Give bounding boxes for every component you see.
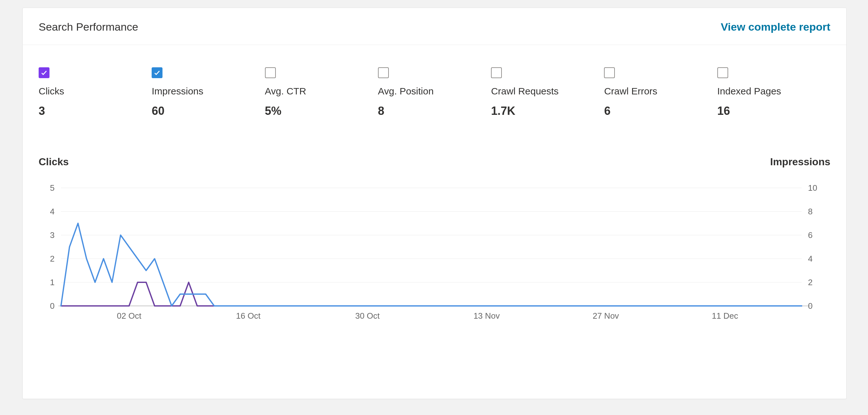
svg-text:1: 1 bbox=[50, 278, 55, 287]
metric-value: 16 bbox=[717, 104, 830, 118]
checkbox-avg-position[interactable] bbox=[378, 67, 389, 78]
metric-impressions[interactable]: Impressions 60 bbox=[152, 67, 265, 118]
metric-value: 5% bbox=[265, 104, 378, 118]
svg-text:4: 4 bbox=[808, 254, 812, 264]
right-axis-title: Impressions bbox=[770, 156, 830, 168]
metric-indexed-pages[interactable]: Indexed Pages 16 bbox=[717, 67, 830, 118]
metrics-row: Clicks 3 Impressions 60 Avg. CTR 5% Avg.… bbox=[23, 45, 846, 121]
svg-text:5: 5 bbox=[50, 183, 55, 193]
metric-label: Avg. Position bbox=[378, 86, 491, 97]
svg-text:3: 3 bbox=[50, 230, 55, 240]
metric-clicks[interactable]: Clicks 3 bbox=[39, 67, 152, 118]
checkbox-crawl-errors[interactable] bbox=[604, 67, 615, 78]
metric-avg-ctr[interactable]: Avg. CTR 5% bbox=[265, 67, 378, 118]
svg-text:6: 6 bbox=[808, 230, 812, 240]
metric-value: 3 bbox=[39, 104, 152, 118]
checkbox-avg-ctr[interactable] bbox=[265, 67, 276, 78]
metric-label: Impressions bbox=[152, 86, 265, 97]
metric-value: 60 bbox=[152, 104, 265, 118]
svg-text:8: 8 bbox=[808, 207, 812, 216]
search-performance-panel: Search Performance View complete report … bbox=[22, 8, 847, 399]
metric-label: Crawl Errors bbox=[604, 86, 717, 97]
metric-crawl-errors[interactable]: Crawl Errors 6 bbox=[604, 67, 717, 118]
svg-text:27 Nov: 27 Nov bbox=[592, 311, 619, 320]
checkbox-indexed-pages[interactable] bbox=[717, 67, 728, 78]
svg-text:2: 2 bbox=[50, 254, 55, 264]
panel-header: Search Performance View complete report bbox=[23, 8, 846, 45]
metric-label: Avg. CTR bbox=[265, 86, 378, 97]
panel-title: Search Performance bbox=[39, 21, 138, 33]
metric-value: 1.7K bbox=[491, 104, 604, 118]
chart-area: Clicks Impressions 001224364851002 Oct16… bbox=[39, 159, 830, 338]
metric-label: Indexed Pages bbox=[717, 86, 830, 97]
checkbox-crawl-requests[interactable] bbox=[491, 67, 502, 78]
svg-text:16 Oct: 16 Oct bbox=[236, 311, 260, 320]
chart-svg: 001224364851002 Oct16 Oct30 Oct13 Nov27 … bbox=[39, 178, 830, 325]
metric-label: Crawl Requests bbox=[491, 86, 604, 97]
metric-crawl-requests[interactable]: Crawl Requests 1.7K bbox=[491, 67, 604, 118]
metric-label: Clicks bbox=[39, 86, 152, 97]
svg-text:11 Dec: 11 Dec bbox=[712, 311, 738, 320]
svg-text:02 Oct: 02 Oct bbox=[117, 311, 142, 320]
svg-text:2: 2 bbox=[808, 278, 812, 287]
check-icon bbox=[154, 69, 161, 76]
metric-value: 6 bbox=[604, 104, 717, 118]
metric-value: 8 bbox=[378, 104, 491, 118]
checkbox-clicks[interactable] bbox=[39, 67, 50, 78]
svg-text:0: 0 bbox=[50, 301, 55, 311]
svg-text:30 Oct: 30 Oct bbox=[355, 311, 380, 320]
check-icon bbox=[40, 69, 48, 76]
svg-text:10: 10 bbox=[808, 183, 817, 193]
svg-text:4: 4 bbox=[50, 207, 55, 216]
metric-avg-position[interactable]: Avg. Position 8 bbox=[378, 67, 491, 118]
left-axis-title: Clicks bbox=[39, 156, 69, 168]
svg-text:13 Nov: 13 Nov bbox=[473, 311, 500, 320]
checkbox-impressions[interactable] bbox=[152, 67, 162, 78]
view-complete-report-link[interactable]: View complete report bbox=[721, 21, 830, 33]
